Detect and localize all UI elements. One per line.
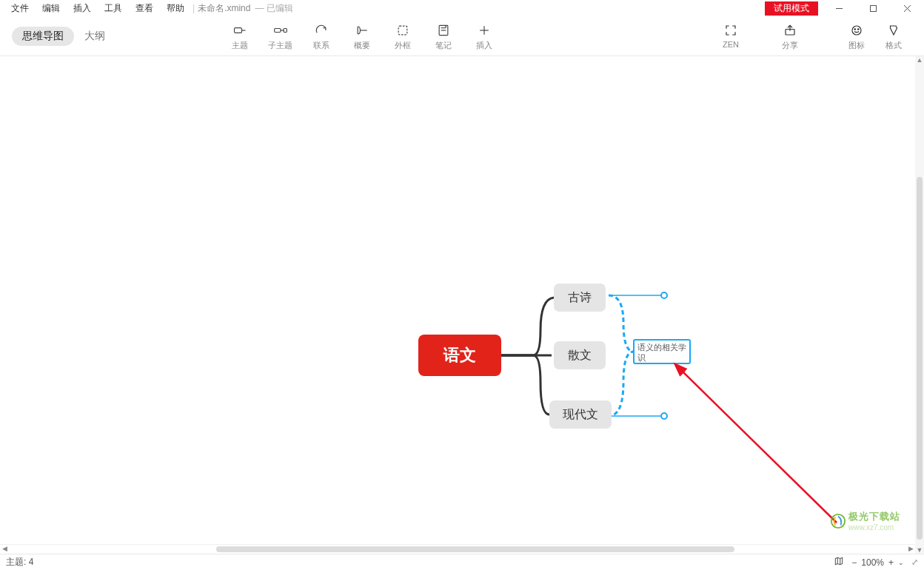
subtopic-icon <box>260 21 301 40</box>
svg-point-21 <box>858 29 860 30</box>
summary-icon <box>341 21 382 40</box>
topic-count-value: 4 <box>29 557 34 567</box>
scroll-left-arrow-icon[interactable]: ◀ <box>0 545 9 554</box>
tool-insert-button[interactable]: 插入 <box>463 21 504 51</box>
zoom-dropdown-button[interactable]: ⌄ <box>898 559 904 566</box>
relationship-icon <box>301 21 341 40</box>
tool-relationship-button[interactable]: 联系 <box>301 21 341 51</box>
window-minimize-button[interactable] <box>822 0 856 16</box>
child-node-2[interactable]: 散文 <box>554 341 606 369</box>
tool-boundary-button[interactable]: 外框 <box>382 21 423 51</box>
svg-rect-6 <box>274 29 280 33</box>
svg-rect-11 <box>398 26 407 35</box>
horizontal-scrollbar-thumb[interactable] <box>216 546 734 552</box>
view-mindmap-button[interactable]: 思维导图 <box>12 27 74 46</box>
menu-view[interactable]: 查看 <box>129 2 160 15</box>
share-button[interactable]: 分享 <box>771 21 808 51</box>
topic-count-label: 主题: <box>6 557 26 567</box>
fit-window-button[interactable]: ⤢ <box>911 557 918 567</box>
style-icon <box>875 21 912 40</box>
markers-icon <box>838 21 875 40</box>
child-node-1[interactable]: 古诗 <box>554 284 606 312</box>
window-close-button[interactable] <box>890 0 924 16</box>
svg-point-23 <box>661 292 667 298</box>
zoom-level[interactable]: 100% <box>861 557 884 568</box>
svg-rect-4 <box>234 28 241 33</box>
insert-icon <box>463 21 504 40</box>
notes-icon <box>423 21 463 40</box>
tool-notes-button[interactable]: 笔记 <box>423 21 463 51</box>
tool-topic-button[interactable]: 主题 <box>219 21 260 51</box>
watermark: 极光下载站 www.xz7.com <box>830 510 900 532</box>
child-node-3[interactable]: 现代文 <box>549 400 612 429</box>
trial-mode-badge[interactable]: 试用模式 <box>765 1 818 16</box>
tool-subtopic-button[interactable]: 子主题 <box>260 21 301 51</box>
horizontal-scrollbar[interactable]: ◀ ▶ <box>0 544 915 554</box>
map-icon <box>834 556 844 566</box>
scroll-down-arrow-icon[interactable]: ▼ <box>915 546 924 554</box>
summary-label-input[interactable]: 语义的相关学识 <box>633 339 691 364</box>
menu-edit[interactable]: 编辑 <box>36 2 67 15</box>
central-topic-node[interactable]: 语文 <box>418 335 501 376</box>
share-icon <box>771 21 808 40</box>
menu-file[interactable]: 文件 <box>4 2 36 15</box>
canvas[interactable]: 语文 古诗 散文 现代文 语义的相关学识 极光下载站 www.xz7.com <box>0 56 915 554</box>
style-panel-button[interactable]: 格式 <box>875 21 912 51</box>
watermark-icon <box>830 513 846 529</box>
topic-icon <box>219 21 260 40</box>
svg-point-25 <box>661 413 667 419</box>
tool-summary-button[interactable]: 概要 <box>341 21 382 51</box>
menu-tools[interactable]: 工具 <box>98 2 129 15</box>
map-overview-button[interactable] <box>834 556 844 569</box>
zen-mode-button[interactable]: ZEN <box>712 21 749 51</box>
svg-point-20 <box>854 29 856 30</box>
svg-line-27 <box>681 370 837 523</box>
view-toggle: 思维导图 大纲 <box>12 27 116 46</box>
svg-rect-8 <box>284 29 287 33</box>
zoom-out-button[interactable]: − <box>851 557 857 568</box>
document-filename: 未命名.xmind <box>198 2 250 15</box>
scroll-up-arrow-icon[interactable]: ▲ <box>915 56 924 64</box>
title-divider: | <box>192 3 195 13</box>
scroll-right-arrow-icon[interactable]: ▶ <box>906 545 915 554</box>
markers-panel-button[interactable]: 图标 <box>838 21 875 51</box>
zoom-in-button[interactable]: + <box>888 557 894 568</box>
document-status: — 已编辑 <box>255 2 292 15</box>
menu-help[interactable]: 帮助 <box>160 2 191 15</box>
menu-insert[interactable]: 插入 <box>67 2 98 15</box>
view-outline-button[interactable]: 大纲 <box>74 27 116 46</box>
zen-icon <box>712 21 749 40</box>
vertical-scrollbar-thumb[interactable] <box>917 177 923 540</box>
svg-point-19 <box>852 26 861 35</box>
boundary-icon <box>382 21 423 40</box>
window-maximize-button[interactable] <box>856 0 890 16</box>
vertical-scrollbar[interactable]: ▲ ▼ <box>915 56 924 554</box>
svg-rect-1 <box>870 5 876 11</box>
